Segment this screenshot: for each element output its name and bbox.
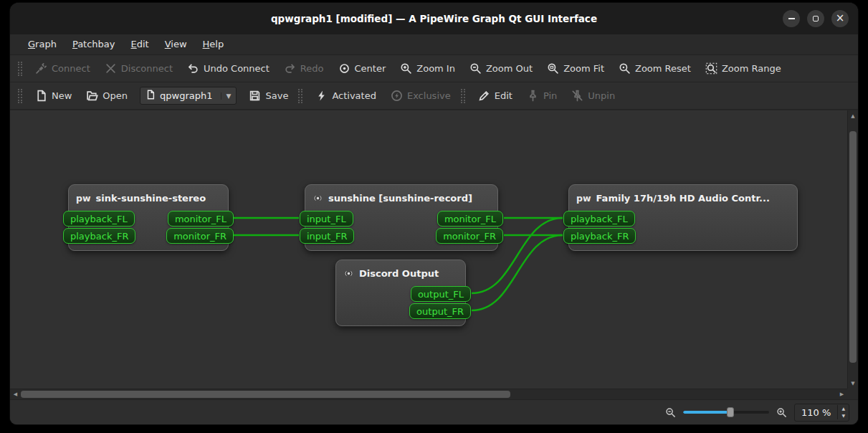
scroll-up-arrow[interactable]: ▲	[848, 110, 858, 121]
zoom-in-button[interactable]: Zoom In	[394, 58, 462, 79]
zoom-decrement-button[interactable]: ▼	[838, 412, 849, 419]
titlebar[interactable]: qpwgraph1 [modified] — A PipeWire Graph …	[10, 3, 858, 34]
maximize-button[interactable]	[807, 10, 824, 27]
node-discord-output[interactable]: Discord Output output_FL output_FR	[335, 260, 466, 326]
port-monitor-fr[interactable]: monitor_FR	[166, 228, 234, 244]
menu-view[interactable]: View	[157, 34, 195, 54]
zoom-in-icon[interactable]	[776, 407, 787, 418]
new-file-icon	[35, 90, 47, 102]
horizontal-scroll-track[interactable]	[21, 389, 836, 399]
exclusive-toggle[interactable]: Exclusive	[384, 85, 457, 106]
new-label: New	[52, 90, 72, 101]
horizontal-scroll-handle[interactable]	[21, 391, 510, 398]
pin-label: Pin	[543, 90, 557, 101]
graph-viewport[interactable]: pw sink-sunshine-stereo playback_FL play…	[10, 110, 847, 389]
zoom-slider-handle[interactable]	[727, 407, 734, 417]
zoom-slider-track[interactable]	[683, 411, 769, 414]
maximize-icon	[813, 16, 819, 22]
window-title: qpwgraph1 [modified] — A PipeWire Graph …	[271, 13, 597, 24]
undo-icon	[187, 62, 199, 75]
activated-toggle[interactable]: Activated	[309, 85, 383, 106]
horizontal-scrollbar[interactable]: ◀ ▶	[10, 389, 847, 399]
pin-button[interactable]: Pin	[520, 85, 563, 106]
vertical-scroll-track[interactable]	[848, 121, 858, 378]
new-button[interactable]: New	[29, 85, 78, 106]
vertical-scrollbar[interactable]: ▲ ▼	[847, 110, 858, 389]
port-monitor-fl[interactable]: monitor_FL	[437, 211, 503, 227]
port-monitor-fr[interactable]: monitor_FR	[436, 228, 503, 244]
zoom-slider-fill	[683, 411, 730, 414]
node-family-hd-audio-controller[interactable]: pw Family 17h/19h HD Audio Contr... play…	[568, 184, 798, 251]
qpwgraph-window: qpwgraph1 [modified] — A PipeWire Graph …	[10, 3, 858, 424]
menubar: Graph Patchbay Edit View Help	[10, 34, 858, 55]
zoom-out-button[interactable]: Zoom Out	[463, 58, 539, 79]
pipewire-icon: pw	[76, 193, 91, 204]
activated-bolt-icon	[315, 90, 328, 102]
node-sink-sunshine-stereo[interactable]: pw sink-sunshine-stereo playback_FL play…	[68, 184, 229, 251]
zoom-range-button[interactable]: Zoom Range	[699, 58, 788, 79]
port-input-fr[interactable]: input_FR	[300, 228, 354, 244]
save-label: Save	[265, 90, 288, 101]
stream-icon	[313, 193, 323, 204]
port-playback-fl[interactable]: playback_FL	[63, 211, 135, 227]
scrollbar-corner	[847, 389, 858, 399]
port-playback-fl[interactable]: playback_FL	[563, 211, 635, 227]
scroll-left-arrow[interactable]: ◀	[10, 389, 21, 399]
menu-help[interactable]: Help	[195, 34, 232, 54]
node-header: pw sink-sunshine-stereo	[69, 189, 228, 207]
zoom-out-icon[interactable]	[665, 407, 676, 418]
unpin-label: Unpin	[588, 90, 615, 101]
zoom-reset-button[interactable]: Zoom Reset	[612, 58, 697, 79]
edit-toggle[interactable]: Edit	[472, 85, 519, 106]
zoom-slider[interactable]	[683, 406, 769, 419]
zoom-range-label: Zoom Range	[722, 63, 781, 74]
port-playback-fr[interactable]: playback_FR	[63, 228, 135, 244]
center-button[interactable]: Center	[332, 58, 393, 79]
undo-connect-button[interactable]: Undo Connect	[181, 58, 276, 79]
vertical-scroll-handle[interactable]	[849, 131, 857, 362]
scroll-right-arrow[interactable]: ▶	[836, 389, 847, 399]
toolbar-drag-handle[interactable]	[298, 89, 302, 103]
patchbay-select[interactable]: qpwgraph1 ▼	[140, 87, 237, 105]
toolbar-drag-handle[interactable]	[18, 62, 22, 76]
menu-graph[interactable]: Graph	[20, 34, 65, 54]
zoom-value: 110 %	[801, 407, 831, 418]
zoom-fit-icon	[547, 62, 559, 75]
open-button[interactable]: Open	[80, 85, 134, 106]
disconnect-button[interactable]: Disconnect	[98, 58, 179, 79]
connect-button[interactable]: Connect	[29, 58, 97, 79]
port-input-fl[interactable]: input_FL	[300, 211, 353, 227]
statusbar: 110 % ▲ ▼	[10, 399, 858, 424]
close-button[interactable]: ×	[831, 10, 849, 27]
toolbar-drag-handle[interactable]	[18, 89, 22, 103]
zoom-fit-label: Zoom Fit	[563, 63, 604, 74]
connect-icon	[35, 62, 47, 75]
toolbar-drag-handle[interactable]	[461, 89, 465, 103]
center-label: Center	[355, 63, 386, 74]
node-title: sink-sunshine-stereo	[96, 193, 206, 204]
minimize-button[interactable]	[783, 10, 800, 27]
port-output-fl[interactable]: output_FL	[411, 286, 471, 302]
unpin-button[interactable]: Unpin	[565, 85, 621, 106]
zoom-spinbox[interactable]: 110 % ▲ ▼	[794, 404, 849, 422]
patchbay-toolbar: New Open qpwgraph1 ▼ Save Activated Excl…	[10, 82, 858, 110]
zoom-reset-label: Zoom Reset	[635, 63, 691, 74]
redo-button[interactable]: Redo	[277, 58, 330, 79]
document-icon	[146, 90, 156, 102]
menu-patchbay[interactable]: Patchbay	[65, 34, 123, 54]
window-controls: ×	[783, 10, 849, 27]
port-playback-fr[interactable]: playback_FR	[563, 228, 636, 244]
zoom-fit-button[interactable]: Zoom Fit	[540, 58, 611, 79]
minimize-icon	[788, 18, 795, 19]
activated-label: Activated	[332, 90, 376, 101]
chevron-down-icon: ▼	[221, 92, 232, 100]
scroll-down-arrow[interactable]: ▼	[848, 378, 858, 389]
zoom-increment-button[interactable]: ▲	[838, 405, 849, 412]
menu-edit[interactable]: Edit	[123, 34, 157, 54]
node-header: pw Family 17h/19h HD Audio Contr...	[569, 189, 797, 207]
save-button[interactable]: Save	[242, 85, 295, 106]
port-output-fr[interactable]: output_FR	[409, 303, 471, 319]
port-monitor-fl[interactable]: monitor_FL	[168, 211, 234, 227]
zoom-reset-icon	[619, 62, 631, 75]
node-sunshine-record[interactable]: sunshine [sunshine-record] input_FL inpu…	[305, 184, 498, 251]
